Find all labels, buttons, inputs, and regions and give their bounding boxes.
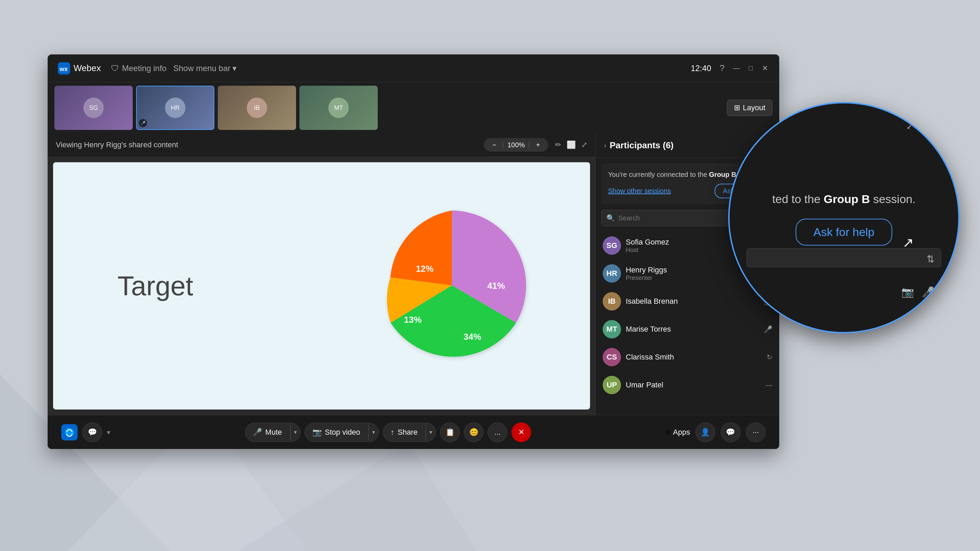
search-icon: 🔍 [606,214,615,222]
chat-dropdown[interactable]: ▾ [107,428,110,437]
mute-button-wrapper: 🎤 Mute ▾ [245,423,301,442]
webex-logo-toolbar [61,424,78,440]
zoom-out-button[interactable]: − [489,140,499,150]
participant-name: Clarissa Smith [626,353,762,362]
avatar-isabella-brenan: IB [603,292,621,311]
participant-name: Henry Riggs [626,266,747,275]
window-controls: ? — □ ✕ [718,64,769,73]
emoji-icon: 😊 [469,428,479,437]
title-bar: wx Webex 🛡 Meeting info Show menu bar ▾ … [48,54,779,82]
zoom-level: 100% [508,141,525,149]
zoom-camera-icon: 📷 [901,286,914,298]
svg-text:13%: 13% [404,314,422,325]
toolbar-left: 💬 ▾ [61,422,110,442]
chat-icon: 💬 [88,428,97,437]
overflow-icon: ··· [753,428,759,437]
zoom-sort-icon[interactable]: ⇅ [927,253,934,265]
zoom-in-button[interactable]: + [533,140,543,150]
overflow-button[interactable]: ··· [746,422,765,442]
minimize-button[interactable]: — [732,64,740,73]
participant-item[interactable]: CS Clarissa Smith ↻ [596,343,779,371]
participant-item[interactable]: UP Umar Patel — [596,371,779,399]
mute-label: Mute [266,428,282,437]
close-button[interactable]: ✕ [761,64,769,73]
screen-share-icon[interactable]: ⬜ [566,140,576,149]
participants-button[interactable]: 👤 [695,422,715,442]
zoom-circle-close-button[interactable]: ✕ [926,121,934,132]
shared-content-area: Viewing Henry Rigg's shared content − | … [48,133,595,415]
avatar-clarissa-smith: CS [603,348,621,366]
zoom-circle-search-bar [746,248,941,267]
svg-text:wx: wx [59,66,68,73]
zoom-session-name: Group B [824,192,870,205]
viewing-label: Viewing Henry Rigg's shared content [56,140,484,149]
mute-button[interactable]: 🎤 Mute [245,423,290,441]
chat-button[interactable]: 💬 [82,422,102,442]
svg-text:34%: 34% [463,332,481,342]
zoom-ask-help-button[interactable]: Ask for help [795,219,892,246]
avatar-umar-patel: UP [603,376,621,394]
svg-text:41%: 41% [487,281,505,291]
thumbnail-4[interactable]: MT [299,86,378,130]
stop-video-dropdown-arrow[interactable]: ▾ [369,424,379,440]
thumbnail-2[interactable]: HR 🎤 [136,86,215,130]
help-button[interactable]: ? [718,64,726,73]
more-icon: ... [495,428,501,437]
participants-title: Participants (6) [610,140,748,151]
loading-icon: ↻ [767,353,772,361]
svg-text:12%: 12% [416,264,434,274]
fullscreen-icon[interactable]: ⤢ [581,140,587,149]
toolbar-center: 🎤 Mute ▾ 📷 Stop video ▾ ↑ Share ▾ [245,422,531,442]
annotation-icon[interactable]: ✏ [555,140,561,149]
meeting-info[interactable]: 🛡 Meeting info [111,64,166,73]
clock-display: 12:40 [691,64,711,73]
participant-info: Umar Patel [626,381,761,389]
maximize-button[interactable]: □ [746,64,755,73]
more-options-button[interactable]: ... [488,422,508,442]
stop-video-button[interactable]: 📷 Stop video [305,423,368,441]
zoom-circle-text: ted to the Group B session. Ask for help [745,190,943,245]
zoom-connected-text: ted to the [772,192,824,205]
toolbar-right: ⊞ Apps 👤 💬 ··· [666,422,765,442]
thumbnail-3[interactable]: IB [218,86,296,130]
camera-icon: 📷 [312,428,321,437]
chevron-down-icon: ▾ [232,64,237,73]
participant-role: Presenter [626,275,747,282]
minus-icon: — [765,381,772,389]
end-call-icon: ✕ [518,428,524,437]
share-icon: ↑ [391,428,395,437]
whiteboard-button[interactable]: 📋 [440,422,460,442]
webex-title: Webex [73,63,101,73]
chat-panel-button[interactable]: 💬 [721,422,740,442]
apps-icon: ⊞ [666,429,670,435]
meeting-info-label: Meeting info [122,64,166,73]
share-button-wrapper: ↑ Share ▾ [383,423,436,442]
participant-info: Clarissa Smith [626,353,762,362]
webex-window: wx Webex 🛡 Meeting info Show menu bar ▾ … [48,54,779,449]
shared-slide: Target [53,162,590,410]
thumbnail-1[interactable]: SG [54,86,133,130]
show-sessions-link[interactable]: Show other sessions [608,187,671,195]
share-button[interactable]: ↑ Share [383,423,425,441]
end-call-button[interactable]: ✕ [511,422,531,442]
apps-button[interactable]: ⊞ Apps [666,428,690,437]
webex-logo: wx Webex [58,62,101,75]
avatar-sofia-gomez: SG [603,237,621,255]
svg-marker-3 [238,442,476,551]
thumbnail-mute-icon: 🎤 [139,119,147,127]
avatar-marise-torres: MT [603,320,621,338]
bottom-toolbar: 💬 ▾ 🎤 Mute ▾ 📷 Stop video ▾ [48,415,779,449]
participant-name: Umar Patel [626,381,761,389]
apps-label: Apps [673,428,690,437]
svg-point-10 [65,427,74,437]
zoom-mic-icon: 🎤 [922,286,934,298]
message-icon: 💬 [726,428,735,437]
panel-collapse-button[interactable]: › [604,141,606,149]
reactions-button[interactable]: 😊 [464,422,484,442]
share-dropdown-arrow[interactable]: ▾ [426,424,436,440]
zoom-circle-content: ⤢ ✕ ted to the Group B session. Ask for … [730,103,958,332]
mute-dropdown-arrow[interactable]: ▾ [290,424,300,440]
zoom-circle-expand-button[interactable]: ⤢ [906,121,914,132]
menu-bar-toggle[interactable]: Show menu bar ▾ [173,64,237,73]
pie-chart: 41% 34% 13% 12% [356,190,547,382]
